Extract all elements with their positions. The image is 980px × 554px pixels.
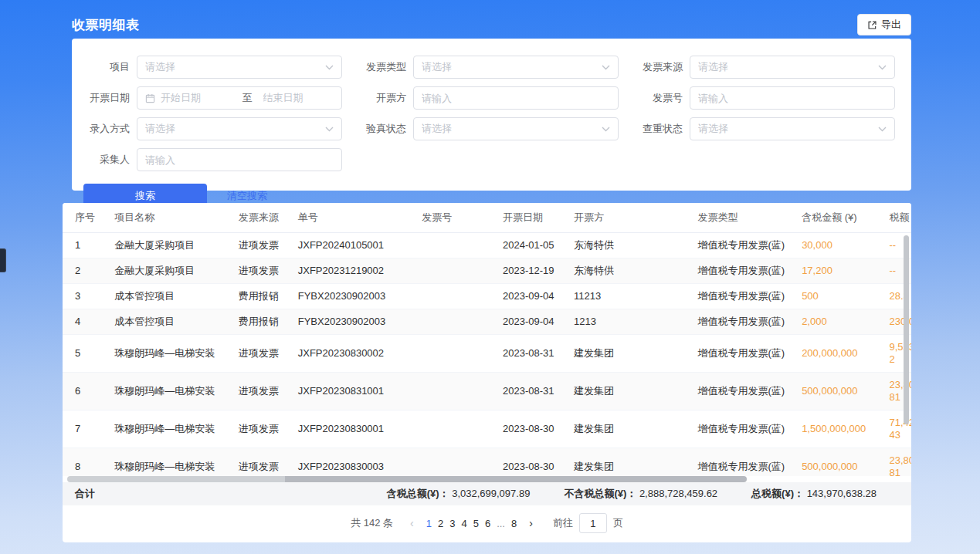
sidebar-collapse-handle[interactable]: [0, 248, 6, 272]
goto-page-input[interactable]: [579, 513, 607, 533]
table-body: 1金融大厦采购项目进项发票JXFP202401050012024-01-05东海…: [63, 233, 911, 477]
table-cell: [409, 258, 490, 284]
table-cell: [409, 335, 490, 373]
table-cell: 2023-09-04: [490, 284, 561, 309]
table-cell: 3: [63, 284, 102, 309]
invoice-type-select[interactable]: 请选择: [413, 56, 619, 79]
search-panel: 项目 请选择 发票类型 请选择 发票来源 请选择 开票日期: [72, 39, 911, 191]
invoice-no-input[interactable]: [698, 93, 887, 104]
duplicate-status-label: 查重状态: [625, 122, 690, 136]
page-number-4[interactable]: 4: [458, 518, 470, 529]
table-cell: 建发集团: [561, 335, 685, 373]
col-issuer: 开票方: [561, 203, 685, 233]
invoice-source-select[interactable]: 请选择: [690, 56, 895, 79]
next-page-button[interactable]: ›: [523, 517, 539, 529]
export-button[interactable]: 导出: [857, 14, 911, 35]
col-invoice-type: 发票类型: [685, 203, 789, 233]
goto-label: 前往: [553, 516, 573, 530]
total-tax: 总税额(¥)： 143,970,638.28: [751, 487, 877, 501]
page-number-2[interactable]: 2: [435, 518, 446, 529]
table-cell: [409, 448, 490, 477]
table-cell: FYBX20230902003: [286, 284, 409, 309]
table-row: 2金融大厦采购项目进项发票JXFP202312190022023-12-19东海…: [63, 258, 911, 284]
table-cell: 费用报销: [226, 284, 286, 309]
table-cell: 2023-08-31: [490, 335, 561, 373]
table-row: 8珠穆朗玛峰—电梯安装进项发票JXFP202308300032023-08-30…: [63, 448, 911, 477]
total-excl-tax: 不含税总额(¥)： 2,888,728,459.62: [564, 487, 717, 501]
pagination-total: 共 142 条: [351, 516, 393, 530]
total-excl-tax-label: 不含税总额(¥)：: [564, 488, 636, 499]
table-cell: [409, 233, 490, 258]
project-select[interactable]: 请选择: [137, 56, 342, 79]
end-date-placeholder[interactable]: 结束日期: [263, 91, 334, 105]
pagination: 共 142 条 ‹ 123456...8 › 前往 页: [63, 505, 911, 541]
table-cell: 23,809,523.81: [877, 448, 911, 477]
col-amount-incl-tax: 含税金额 (¥): [789, 203, 877, 233]
horizontal-scrollbar-track: [64, 476, 910, 482]
invoice-no-label: 发票号: [625, 91, 690, 105]
table-cell: 增值税专用发票(蓝): [685, 373, 789, 410]
col-invoice-source: 发票来源: [226, 203, 286, 233]
page-number-5[interactable]: 5: [470, 518, 482, 529]
totals-row: 合计 含税总额(¥)： 3,032,699,097.89 不含税总额(¥)： 2…: [63, 482, 911, 505]
table-cell: 成本管控项目: [102, 284, 226, 309]
table-cell: 17,200: [789, 258, 877, 284]
issuer-input[interactable]: [422, 93, 610, 104]
chevron-down-icon: [878, 65, 887, 70]
duplicate-status-select[interactable]: 请选择: [690, 117, 895, 140]
collector-input[interactable]: [145, 154, 334, 166]
table-cell: 5: [63, 335, 102, 373]
calendar-icon: [145, 93, 155, 103]
horizontal-scrollbar[interactable]: [67, 476, 747, 482]
table-cell: 建发集团: [561, 448, 685, 477]
issuer-label: 开票方: [348, 91, 413, 105]
table-cell: 珠穆朗玛峰—电梯安装: [102, 335, 226, 373]
export-icon: [867, 20, 877, 30]
vertical-scrollbar[interactable]: [904, 235, 909, 424]
total-tax-label: 总税额(¥)：: [751, 488, 804, 499]
page-number-8[interactable]: 8: [508, 518, 520, 529]
issuer-field: [413, 86, 619, 110]
invoice-date-label: 开票日期: [72, 91, 137, 105]
table-cell: JXFP20240105001: [286, 233, 409, 258]
page-title: 收票明细表: [72, 16, 140, 34]
page-number-3[interactable]: 3: [446, 518, 458, 529]
page-number-6[interactable]: 6: [482, 518, 493, 529]
table-row: 1金融大厦采购项目进项发票JXFP202401050012024-01-05东海…: [63, 233, 911, 258]
table-cell: JXFP20230830003: [286, 448, 409, 477]
page-number-1[interactable]: 1: [423, 518, 435, 529]
total-tax-value: 143,970,638.28: [807, 488, 877, 499]
table-cell: 珠穆朗玛峰—电梯安装: [102, 373, 226, 410]
table-cell: 费用报销: [226, 309, 286, 335]
collector-field: [137, 148, 342, 171]
clear-search-link[interactable]: 清空搜索: [227, 189, 267, 203]
table-cell: 200,000,000: [789, 335, 877, 373]
prev-page-button[interactable]: ‹: [404, 517, 420, 529]
total-excl-tax-value: 2,888,728,459.62: [639, 488, 717, 499]
table-cell: 2023-12-19: [490, 258, 561, 284]
table-row: 5珠穆朗玛峰—电梯安装进项发票JXFP202308300022023-08-31…: [63, 335, 911, 373]
table-cell: 增值税专用发票(蓝): [685, 309, 789, 335]
table-cell: [409, 284, 490, 309]
invoice-date-range[interactable]: 开始日期 至 结束日期: [137, 86, 342, 110]
chevron-down-icon: [602, 127, 610, 132]
start-date-placeholder[interactable]: 开始日期: [161, 91, 232, 105]
table-cell: 东海特供: [561, 258, 685, 284]
invoice-source-label: 发票来源: [625, 60, 690, 74]
entry-method-select[interactable]: 请选择: [137, 117, 342, 140]
table-cell: 2,000: [789, 309, 877, 335]
chevron-down-icon: [325, 65, 334, 70]
table-cell: 2023-08-30: [490, 448, 561, 477]
verify-status-select[interactable]: 请选择: [413, 117, 619, 140]
table-cell: 2023-09-04: [490, 309, 561, 335]
table-header-row: 序号 项目名称 发票来源 单号 发票号 开票日期 开票方 发票类型 含税金额 (…: [63, 203, 911, 233]
table-cell: 成本管控项目: [102, 309, 226, 335]
col-project-name: 项目名称: [102, 203, 226, 233]
totals-label: 合计: [75, 487, 95, 501]
table-cell: 增值税专用发票(蓝): [685, 258, 789, 284]
col-order-no: 单号: [286, 203, 409, 233]
table-row: 4成本管控项目费用报销FYBX202309020032023-09-041213…: [63, 309, 911, 335]
table-cell: 2023-08-31: [490, 373, 561, 410]
table-cell: 建发集团: [561, 373, 685, 410]
table-cell: 增值税专用发票(蓝): [685, 448, 789, 477]
